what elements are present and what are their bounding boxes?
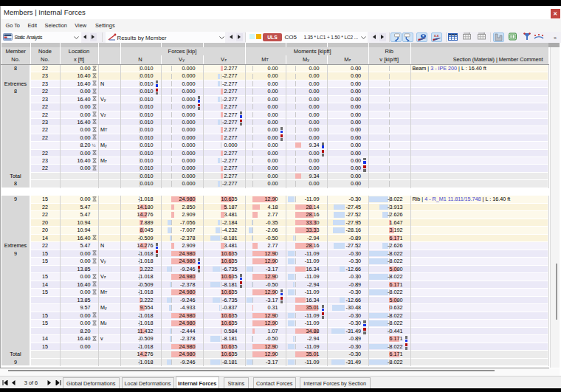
svg-text:x.x: x.x [434, 33, 439, 37]
